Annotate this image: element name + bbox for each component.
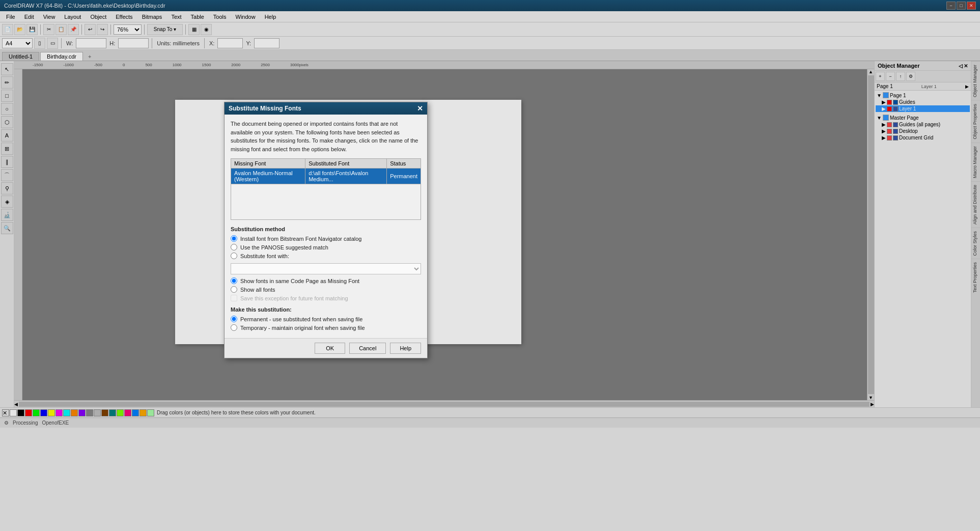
col-status: Status <box>387 159 421 169</box>
radio-panose[interactable] <box>231 244 237 250</box>
dialog-close-button[interactable]: ✕ <box>417 104 423 113</box>
save-exception-checkbox[interactable] <box>231 295 237 301</box>
temporary-row: Temporary - maintain original font when … <box>231 324 421 331</box>
radio-install-font[interactable] <box>231 235 237 242</box>
help-button[interactable]: Help <box>390 343 421 354</box>
save-exception-label: Save this exception for future font matc… <box>240 295 348 301</box>
ok-button[interactable]: OK <box>315 343 345 354</box>
substitution-method-label: Substitution method <box>231 226 421 232</box>
show-same-codepage-label: Show fonts in same Code Page as Missing … <box>240 278 359 284</box>
radio-row-2: Use the PANOSE suggested match <box>231 244 421 250</box>
radio-permanent[interactable] <box>231 316 237 322</box>
font-row-empty <box>231 184 421 220</box>
dialog-title: Substitute Missing Fonts <box>229 105 301 112</box>
radio-show-all-fonts[interactable] <box>231 286 237 293</box>
save-exception-row: Save this exception for future font matc… <box>231 295 421 301</box>
col-substituted-font: Substituted Font <box>305 159 387 169</box>
radio-panose-label: Use the PANOSE suggested match <box>240 244 328 250</box>
radio-show-same-codepage[interactable] <box>231 277 237 284</box>
permanent-row: Permanent - use substituted font when sa… <box>231 316 421 322</box>
dialog-buttons: OK Cancel Help <box>225 338 427 358</box>
col-missing-font: Missing Font <box>231 159 305 169</box>
show-all-fonts-label: Show all fonts <box>240 287 275 293</box>
radio-row-1: Install font from Bitstream Font Navigat… <box>231 235 421 242</box>
substituted-font-cell: d:\all fonts\Fonts\Avalon Medium... <box>305 169 387 184</box>
show-fonts-row-1: Show fonts in same Code Page as Missing … <box>231 277 421 284</box>
dialog-title-bar: Substitute Missing Fonts ✕ <box>225 102 427 115</box>
radio-install-font-label: Install font from Bitstream Font Navigat… <box>240 236 361 242</box>
temporary-label: Temporary - maintain original font when … <box>240 325 365 331</box>
missing-font-cell: Avalon Medium-Normal (Western) <box>231 169 305 184</box>
status-cell: Permanent <box>387 169 421 184</box>
dialog-description: The document being opened or imported co… <box>231 120 421 153</box>
cancel-button[interactable]: Cancel <box>349 343 386 354</box>
permanent-label: Permanent - use substituted font when sa… <box>240 316 362 322</box>
radio-substitute-with[interactable] <box>231 253 237 259</box>
fonts-table: Missing Font Substituted Font Status Ava… <box>231 158 421 220</box>
make-substitution-label: Make this substitution: <box>231 306 421 313</box>
font-row-1[interactable]: Avalon Medium-Normal (Western) d:\all fo… <box>231 169 421 184</box>
radio-substitute-with-label: Substitute font with: <box>240 253 289 259</box>
radio-row-3: Substitute font with: <box>231 253 421 259</box>
dialog-overlay: Substitute Missing Fonts ✕ The document … <box>0 0 980 531</box>
radio-temporary[interactable] <box>231 324 237 331</box>
substitute-fonts-dialog: Substitute Missing Fonts ✕ The document … <box>224 102 428 358</box>
substitute-font-select[interactable] <box>231 263 421 274</box>
show-fonts-row-2: Show all fonts <box>231 286 421 293</box>
dialog-body: The document being opened or imported co… <box>225 115 427 338</box>
